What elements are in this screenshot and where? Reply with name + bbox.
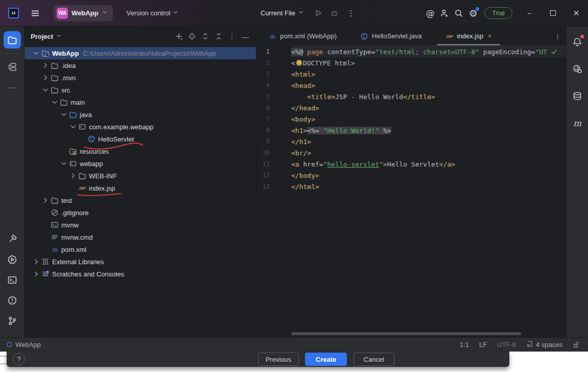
editor-tab-pom-xml-webapp-[interactable]: mpom.xml (WebApp) [256, 27, 348, 45]
debug-bug-icon[interactable] [327, 6, 342, 20]
ai-assistant-icon[interactable] [569, 60, 586, 78]
line-number[interactable]: 12 [256, 172, 270, 179]
minimize-icon[interactable]: – [518, 4, 541, 22]
line-number[interactable]: 8 [256, 127, 270, 134]
code-editor[interactable]: 1<%@ page contentType="text/html; charse… [256, 46, 566, 192]
editor-tab-helloservlet-java[interactable]: CHelloServlet.java [348, 27, 434, 45]
tab-close-icon[interactable]: × [488, 33, 491, 40]
tree-item-src[interactable]: src [25, 84, 256, 96]
tree-item-mvnw[interactable]: mvnw [25, 219, 256, 231]
line-number[interactable]: 7 [256, 115, 270, 123]
add-icon[interactable] [172, 30, 185, 43]
intellij-logo-icon[interactable]: IJ [8, 8, 19, 18]
expand-all-icon[interactable] [199, 30, 212, 43]
run-configuration-select[interactable]: Current File [261, 9, 304, 17]
chevron-right-icon[interactable] [32, 258, 41, 266]
tree-item-external-libraries[interactable]: External Libraries [25, 255, 256, 268]
line-number[interactable]: 3 [256, 71, 270, 78]
code-line-3[interactable]: 3<html> [256, 68, 566, 80]
chevron-right-icon[interactable] [41, 61, 50, 69]
maximize-icon[interactable] [541, 4, 565, 22]
maven-toolwindow-icon[interactable]: m [569, 114, 586, 132]
chevron-right-icon[interactable] [68, 172, 78, 180]
line-number[interactable]: 9 [256, 138, 270, 145]
run-play-icon[interactable] [311, 6, 325, 20]
search-icon[interactable] [452, 6, 466, 20]
project-switcher[interactable]: WA WebApp [54, 5, 113, 21]
code-line-1[interactable]: 1<%@ page contentType="text/html; charse… [256, 46, 566, 57]
chevron-down-icon[interactable] [68, 123, 78, 131]
tree-item-webapp[interactable]: webapp [25, 157, 256, 170]
unlock-icon[interactable] [573, 341, 580, 348]
add-user-icon[interactable] [437, 6, 452, 20]
intention-bulb-icon[interactable] [296, 60, 302, 66]
code-line-4[interactable]: 4<head> [256, 80, 566, 91]
chevron-right-icon[interactable] [32, 270, 41, 278]
line-number[interactable]: 6 [256, 104, 270, 111]
select-opened-file-icon[interactable] [185, 30, 199, 43]
tree-item-index-jsp[interactable]: JSPindex.jsp [25, 182, 256, 194]
problems-icon[interactable] [4, 292, 21, 309]
code-line-10[interactable]: 10<br/> [256, 147, 566, 158]
tree-item-pom-xml[interactable]: mpom.xml [25, 243, 256, 255]
line-number[interactable]: 13 [256, 183, 270, 190]
tree-item-webapp[interactable]: WebAppC:\Users\Administrator\IdeaProject… [25, 47, 256, 59]
editor-tab-index-jsp[interactable]: JSPindex.jsp× [434, 27, 503, 45]
main-menu-hamburger-icon[interactable] [28, 6, 42, 20]
line-number[interactable]: 11 [256, 160, 270, 168]
help-button[interactable]: ? [13, 353, 25, 365]
chevron-down-icon[interactable] [50, 98, 59, 106]
cancel-button[interactable]: Cancel [354, 353, 394, 366]
code-line-7[interactable]: 7<body> [256, 113, 566, 125]
options-kebab-icon[interactable]: ⋮ [225, 30, 239, 43]
chevron-right-icon[interactable] [41, 196, 50, 204]
create-button[interactable]: Create [305, 353, 347, 366]
tree-item-helloservlet[interactable]: CHelloServlet [25, 133, 256, 145]
line-separator-widget[interactable]: LF [479, 341, 487, 348]
tree-item-web-inf[interactable]: WEB-INF [25, 170, 256, 182]
settings-gear-icon[interactable]: ⚙ [466, 6, 480, 20]
collapse-all-icon[interactable] [212, 30, 225, 43]
inspection-ok-check-icon[interactable] [550, 48, 558, 57]
line-number[interactable]: 1 [256, 48, 270, 55]
previous-button[interactable]: Previous [258, 353, 299, 366]
tree-item--gitignore[interactable]: .gitignore [25, 206, 256, 219]
tree-item-java[interactable]: java [25, 108, 256, 121]
close-icon[interactable]: ✕ [565, 4, 588, 22]
line-number[interactable]: 5 [256, 93, 270, 100]
version-control-menu[interactable]: Version control [126, 9, 179, 17]
tree-item--idea[interactable]: .idea [25, 59, 256, 72]
tree-item-com-example-webapp[interactable]: com.example.webapp [25, 121, 256, 133]
code-line-2[interactable]: 2<DOCTYPE html> [256, 57, 566, 68]
tree-item-mvnw-cmd[interactable]: mvnw.cmd [25, 231, 256, 243]
tab-options-kebab-icon[interactable]: ⋮ [554, 27, 561, 46]
code-line-8[interactable]: 8<h1><%= "Hello World!" %> [256, 125, 566, 136]
chevron-down-icon[interactable] [56, 33, 62, 40]
hide-panel-icon[interactable]: — [239, 30, 252, 43]
code-with-me-icon[interactable]: @ [423, 6, 437, 20]
terminal-icon[interactable] [4, 271, 21, 289]
tree-item-main[interactable]: main [25, 96, 256, 108]
services-play-icon[interactable] [4, 251, 21, 268]
database-icon[interactable] [569, 87, 586, 105]
caret-position-widget[interactable]: 1:1 [460, 341, 469, 348]
build-hammer-icon[interactable] [4, 230, 21, 248]
chevron-down-icon[interactable] [41, 86, 50, 94]
chevron-down-icon[interactable] [59, 159, 68, 168]
code-line-13[interactable]: 13</html> [256, 181, 566, 192]
encoding-widget[interactable]: UTF-8 [497, 341, 516, 348]
status-project-widget[interactable]: WebApp [7, 341, 41, 348]
code-line-6[interactable]: 6</head> [256, 102, 566, 113]
more-kebab-icon[interactable]: ⋮ [344, 6, 358, 20]
line-number[interactable]: 4 [256, 82, 270, 89]
structure-toolwindow-button[interactable] [4, 58, 21, 76]
chevron-down-icon[interactable] [59, 110, 68, 119]
code-line-11[interactable]: 11<a href="hello-servlet">Hello Servlet<… [256, 158, 566, 170]
more-toolwindows-icon[interactable]: ⋯ [4, 79, 21, 96]
line-number[interactable]: 10 [256, 149, 270, 156]
tree-item--mvn[interactable]: .mvn [25, 72, 256, 84]
tree-item-resources[interactable]: resources [25, 145, 256, 157]
chevron-down-icon[interactable] [32, 49, 41, 57]
code-line-9[interactable]: 9</h1> [256, 136, 566, 147]
chevron-right-icon[interactable] [41, 74, 50, 82]
